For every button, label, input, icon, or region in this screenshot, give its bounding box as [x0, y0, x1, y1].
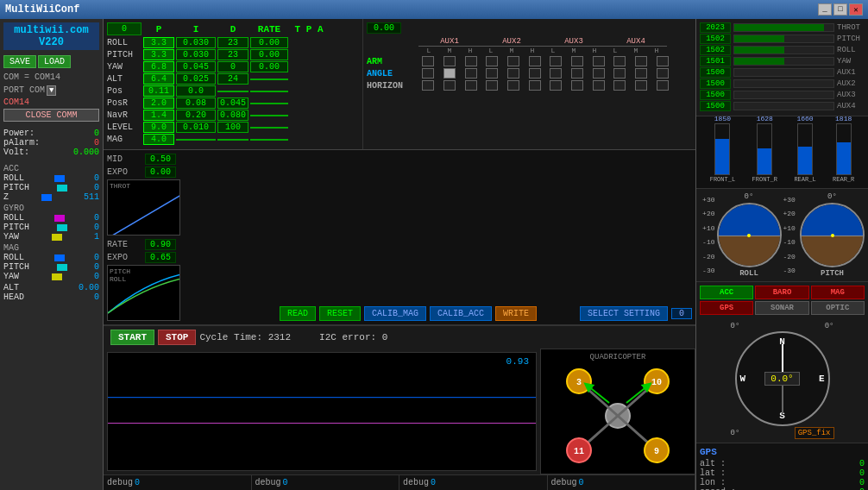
- pid-rate-cell[interactable]: [250, 115, 288, 116]
- aux-checkbox[interactable]: [422, 68, 434, 79]
- aux-checkbox[interactable]: [657, 80, 669, 91]
- pid-rate-cell[interactable]: 0.00: [250, 61, 288, 72]
- pid-d-cell[interactable]: 24: [217, 73, 248, 85]
- aux-checkbox[interactable]: [443, 68, 456, 79]
- aux-checkbox[interactable]: [613, 80, 626, 91]
- aux-checkbox[interactable]: [443, 56, 456, 66]
- aux-checkbox[interactable]: [486, 56, 498, 66]
- sensor-indicator[interactable]: GPS: [700, 301, 753, 315]
- calib-acc-button[interactable]: CALIB_ACC: [430, 306, 492, 321]
- start-button[interactable]: START: [110, 330, 154, 345]
- aux-checkbox[interactable]: [613, 68, 626, 79]
- pid-i-cell[interactable]: 0.0: [176, 85, 216, 97]
- pid-p-cell[interactable]: 1.4: [143, 110, 174, 121]
- aux-checkbox[interactable]: [550, 80, 562, 91]
- pid-rate-cell[interactable]: [250, 79, 288, 80]
- aux-checkbox[interactable]: [635, 56, 647, 66]
- pid-p-cell[interactable]: 6.8: [143, 61, 174, 72]
- aux-checkbox[interactable]: [635, 68, 647, 79]
- pid-i-cell[interactable]: [176, 139, 216, 141]
- pid-p-cell[interactable]: 3.3: [143, 49, 174, 60]
- aux-checkbox[interactable]: [422, 56, 434, 66]
- sensor-indicator[interactable]: MAG: [811, 286, 865, 299]
- compass-heading-val: 0.0°: [764, 372, 799, 386]
- aux-checkbox[interactable]: [571, 56, 583, 66]
- aux-checkbox[interactable]: [657, 68, 669, 79]
- close-comm-button[interactable]: CLOSE COMM: [3, 109, 99, 122]
- pid-d-cell[interactable]: [217, 139, 248, 141]
- pid-i-cell[interactable]: 0.010: [176, 122, 216, 133]
- gyro-roll-bar: [54, 215, 65, 222]
- load-button[interactable]: LOAD: [38, 55, 71, 68]
- pid-rate-cell[interactable]: 0.00: [250, 37, 288, 48]
- pid-p-cell[interactable]: 9.0: [143, 122, 174, 133]
- sensor-indicator[interactable]: ACC: [700, 286, 753, 299]
- gps-lat-label: lat :: [700, 468, 726, 478]
- graph1-label: THROT: [110, 182, 130, 190]
- pid-d-cell[interactable]: 0.045: [217, 97, 248, 109]
- close-button[interactable]: ✕: [849, 3, 863, 16]
- pid-i-cell[interactable]: 0.030: [176, 37, 216, 48]
- aux-checkbox[interactable]: [593, 56, 605, 66]
- aux-checkbox[interactable]: [550, 68, 562, 79]
- aux-checkbox[interactable]: [657, 56, 669, 66]
- aux-checkbox[interactable]: [486, 80, 498, 91]
- aux-checkbox[interactable]: [550, 56, 562, 66]
- pid-d-cell[interactable]: [217, 91, 248, 92]
- motor-fr-value: 1628: [757, 115, 773, 122]
- aux-checkbox[interactable]: [529, 68, 541, 79]
- pid-rate-cell[interactable]: [250, 91, 288, 92]
- read-button[interactable]: READ: [280, 306, 316, 321]
- aux-checkbox[interactable]: [529, 56, 541, 66]
- aux-checkbox[interactable]: [613, 56, 626, 66]
- aux-checkbox[interactable]: [465, 68, 477, 79]
- sensor-indicator[interactable]: SONAR: [755, 301, 808, 315]
- aux-checkbox[interactable]: [422, 80, 434, 91]
- reset-button[interactable]: RESET: [319, 306, 361, 321]
- pid-d-cell[interactable]: 0.080: [217, 110, 248, 121]
- window-controls[interactable]: _ □ ✕: [818, 3, 863, 16]
- pid-p-cell[interactable]: 4.0: [143, 134, 174, 145]
- aux-checkbox[interactable]: [465, 56, 477, 66]
- pid-d-cell[interactable]: 0: [217, 61, 248, 72]
- aux-checkbox[interactable]: [593, 68, 605, 79]
- pid-p-cell[interactable]: 6.4: [143, 73, 174, 85]
- pid-rate-cell[interactable]: [250, 127, 288, 129]
- pid-p-cell[interactable]: 3.3: [143, 37, 174, 48]
- stop-button[interactable]: STOP: [158, 330, 196, 345]
- pid-i-cell[interactable]: 0.20: [176, 110, 216, 121]
- aux-checkbox[interactable]: [507, 68, 519, 79]
- pid-rate-cell[interactable]: [250, 103, 288, 104]
- save-button[interactable]: SAVE: [3, 55, 36, 68]
- pid-rate-cell[interactable]: [250, 139, 288, 141]
- aux-checkbox[interactable]: [571, 68, 583, 79]
- aux-checkbox[interactable]: [635, 80, 647, 91]
- pid-i-cell[interactable]: 0.030: [176, 49, 216, 60]
- sensor-indicator[interactable]: BARO: [755, 286, 808, 299]
- pid-p-cell[interactable]: 0.11: [143, 85, 174, 97]
- aux-checkbox[interactable]: [465, 80, 477, 91]
- pid-rate-cell[interactable]: 0.00: [250, 49, 288, 60]
- aux-checkbox[interactable]: [529, 80, 541, 91]
- minimize-button[interactable]: _: [818, 3, 832, 16]
- aux-checkbox[interactable]: [443, 80, 456, 91]
- aux-checkbox[interactable]: [571, 80, 583, 91]
- pid-i-cell[interactable]: 0.08: [176, 97, 216, 109]
- calib-mag-button[interactable]: CALIB_MAG: [364, 306, 426, 321]
- sensor-indicator[interactable]: OPTIC: [811, 301, 865, 315]
- pid-d-cell[interactable]: 23: [217, 49, 248, 60]
- aux-checkbox[interactable]: [486, 68, 498, 79]
- pid-i-cell[interactable]: 0.025: [176, 73, 216, 85]
- write-button[interactable]: WRITE: [495, 306, 537, 321]
- aux-mode-row: ANGLE: [367, 68, 692, 79]
- pid-i-cell[interactable]: 0.045: [176, 61, 216, 72]
- aux-checkbox[interactable]: [507, 80, 519, 91]
- pid-p-cell[interactable]: 2.0: [143, 97, 174, 109]
- port-dropdown[interactable]: ▼: [47, 85, 56, 96]
- pid-d-cell[interactable]: 100: [217, 122, 248, 133]
- maximize-button[interactable]: □: [833, 3, 847, 16]
- select-setting-button[interactable]: SELECT SETTING: [580, 306, 668, 321]
- aux-checkbox[interactable]: [507, 56, 519, 66]
- aux-checkbox[interactable]: [593, 80, 605, 91]
- pid-d-cell[interactable]: 23: [217, 37, 248, 48]
